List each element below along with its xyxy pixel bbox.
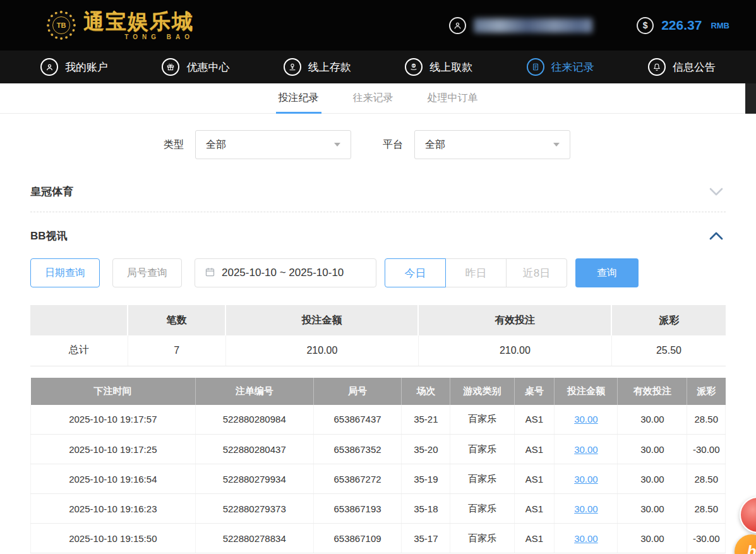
col-header-bet-amount: 投注金额 [555,378,618,405]
date-query-button[interactable]: 日期查询 [30,258,100,287]
balance[interactable]: $ 226.37 RMB [637,17,729,34]
nav-item-my-account[interactable]: 我的账户 [40,58,108,76]
platform-filter-group: 平台 全部 [383,130,570,159]
brand-logo[interactable]: TB 通宝娱乐城 TONG BAO [47,11,194,40]
nav-item-label: 我的账户 [65,60,108,75]
cell-valid-bet: 30.00 [618,405,687,435]
type-filter-label: 类型 [164,138,184,152]
user-avatar-icon [449,17,466,34]
bet-amount-link[interactable]: 30.00 [574,444,598,455]
nav-item-label: 往来记录 [551,60,594,75]
chevron-up-icon[interactable] [707,229,726,243]
bet-amount-link[interactable]: 30.00 [574,533,598,544]
nav-item-promotions[interactable]: 优惠中心 [162,58,229,76]
cell-session: 35-20 [402,435,450,464]
section-crown-sports[interactable]: 皇冠体育 [30,174,726,212]
cell-slip-number: 522880279373 [195,494,313,524]
tab-transaction-records[interactable]: 往来记录 [351,83,396,113]
date-range-input[interactable]: 2025-10-10 ~ 2025-10-10 [195,258,376,287]
table-row: 2025-10-10 19:15:50522880278834653867109… [31,524,726,553]
nav-item-online-deposit[interactable]: 线上存款 [284,58,351,76]
section-bb-video[interactable]: BB视讯 [30,212,726,253]
summary-header-cell: 派彩 [611,305,726,335]
nav-item-label: 优惠中心 [186,60,229,75]
nav-item-online-withdrawal[interactable]: $线上取款 [405,58,472,76]
platform-select[interactable]: 全部 [414,130,570,159]
header-right: $ 226.37 RMB [449,17,729,34]
col-header-round-number: 局号 [313,378,402,405]
table-row: 2025-10-10 19:16:23522880279373653867193… [31,494,726,524]
tab-bet-records[interactable]: 投注纪录 [276,83,321,113]
query-bar: 日期查询 局号查询 2025-10-10 ~ 2025-10-10 今日 昨日 … [30,258,726,287]
last-8-days-button[interactable]: 近8日 [506,258,567,287]
logo-chip-icon: TB [47,11,76,40]
cell-session: 35-21 [402,405,450,435]
col-header-session: 场次 [402,378,450,405]
floating-promo-button[interactable] [740,497,756,533]
cell-bet-time: 2025-10-10 19:16:54 [31,464,196,494]
cell-payout: 28.50 [687,494,726,524]
cell-round-number: 653867193 [313,494,402,524]
date-range-value: 2025-10-10 ~ 2025-10-10 [222,267,344,279]
user-account[interactable] [449,17,592,34]
nav-item-announcements[interactable]: 信息公告 [648,58,716,76]
tab-processing-orders[interactable]: 处理中订单 [425,83,481,113]
withdraw-icon: $ [405,58,423,76]
cell-table-number: AS1 [514,405,555,435]
col-header-bet-time: 下注时间 [31,378,196,405]
cell-bet-amount: 30.00 [555,435,618,464]
platform-filter-label: 平台 [383,138,403,152]
today-button[interactable]: 今日 [385,258,446,287]
summary-header-cell: 投注金额 [225,305,418,335]
cell-game-type: 百家乐 [450,524,514,553]
nav-item-label: 信息公告 [673,60,716,75]
cell-game-type: 百家乐 [450,464,514,494]
type-select[interactable]: 全部 [195,130,351,159]
bet-amount-link[interactable]: 30.00 [574,474,598,485]
cell-session: 35-17 [402,524,450,553]
search-button[interactable]: 查询 [575,258,639,287]
cell-table-number: AS1 [514,524,555,553]
summary-total-label: 总计 [30,335,128,366]
platform-select-value: 全部 [425,138,445,152]
bet-amount-link[interactable]: 30.00 [574,503,598,514]
cell-valid-bet: 30.00 [618,464,687,494]
cell-table-number: AS1 [514,494,555,524]
yesterday-button[interactable]: 昨日 [445,258,507,287]
chevron-down-icon[interactable] [707,185,726,198]
side-widget-edge[interactable] [745,83,756,114]
cell-session: 35-18 [402,494,450,524]
cell-bet-time: 2025-10-10 19:16:23 [31,494,196,524]
main-nav: 我的账户优惠中心线上存款$线上取款往来记录信息公告 [0,51,756,83]
page: TB 通宝娱乐城 TONG BAO $ 226.37 RMB 我的账户优惠中心线… [0,0,756,554]
chevron-down-icon [553,143,560,147]
summary-header-cell: 笔数 [128,305,225,335]
svg-text:$: $ [413,64,415,68]
round-query-button[interactable]: 局号查询 [112,258,182,287]
summary-total-row: 总计7210.00210.0025.50 [30,335,726,366]
cell-bet-time: 2025-10-10 19:17:57 [31,405,196,435]
col-header-table-number: 桌号 [514,378,555,405]
balance-currency: RMB [711,21,729,30]
col-header-valid-bet: 有效投注 [618,378,687,405]
cell-valid-bet: 30.00 [618,435,687,464]
cell-bet-time: 2025-10-10 19:17:25 [31,435,196,464]
cell-slip-number: 522880279934 [195,464,313,494]
bet-table-header-row: 下注时间注单编号局号场次游戏类别桌号投注金额有效投注派彩 [31,378,726,405]
section-bb-title: BB视讯 [30,229,68,243]
nav-item-label: 线上存款 [308,60,351,75]
chevron-down-icon [334,143,340,147]
summary-header-row: 笔数投注金额有效投注派彩 [30,305,726,335]
floating-chat-button[interactable]: b [735,534,756,554]
summary-header-empty [30,305,128,335]
filter-row: 类型 全部 平台 全部 [0,114,756,174]
gift-icon [162,58,179,76]
bet-records-table: 下注时间注单编号局号场次游戏类别桌号投注金额有效投注派彩2025-10-10 1… [30,378,726,554]
type-select-value: 全部 [206,138,226,152]
table-row: 2025-10-10 19:17:25522880280437653867352… [31,435,726,464]
nav-item-transaction-records[interactable]: 往来记录 [527,58,594,76]
cell-slip-number: 522880278834 [195,524,313,553]
summary-value-cell: 210.00 [225,335,418,366]
bet-amount-link[interactable]: 30.00 [574,414,598,425]
nav-item-label: 线上取款 [429,60,472,75]
